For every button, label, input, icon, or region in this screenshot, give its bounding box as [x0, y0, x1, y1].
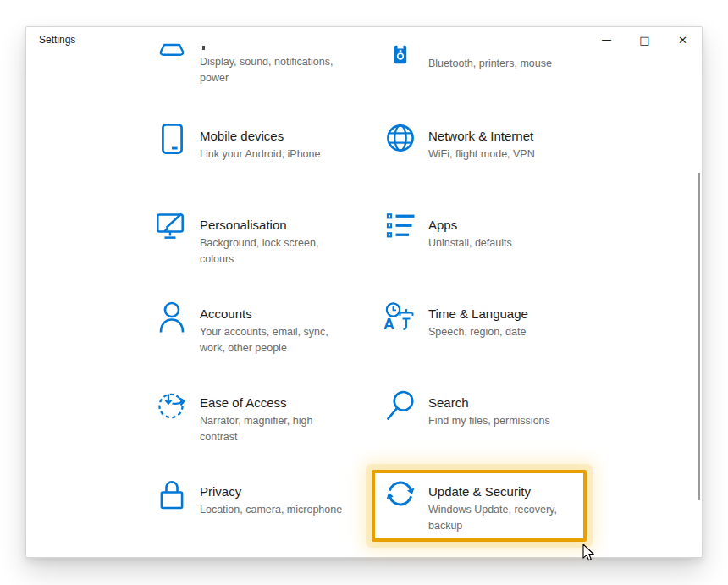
maximize-button[interactable]: □ [626, 27, 664, 52]
tile-subtitle: Bluetooth, printers, mouse [428, 56, 552, 72]
tile-accounts[interactable]: Accounts Your accounts, email, sync, wor… [155, 306, 328, 356]
person-icon [155, 301, 189, 333]
scrollbar-thumb[interactable] [698, 173, 700, 500]
tile-search[interactable]: Search Find my files, permissions [383, 395, 550, 429]
tile-devices[interactable]: Bluetooth, printers, mouse [383, 45, 552, 72]
tile-title: Time & Language [428, 306, 528, 323]
tile-subtitle: Find my files, permissions [428, 413, 550, 429]
tile-title: Personalisation [200, 217, 318, 234]
svg-text:A: A [384, 316, 394, 333]
tile-system[interactable]: Display, sound, notifications, power [155, 43, 334, 86]
close-button[interactable]: ✕ [664, 27, 702, 52]
tile-subtitle: Background, lock screen, colours [200, 235, 318, 267]
tile-subtitle: Windows Update, recovery, backup [428, 502, 557, 533]
tile-personalisation[interactable]: Personalisation Background, lock screen,… [155, 217, 318, 267]
titlebar: Settings — □ ✕ [26, 27, 702, 54]
tile-subtitle: Uninstall, defaults [428, 235, 512, 251]
sync-icon [383, 479, 417, 508]
minimize-button[interactable]: — [587, 27, 626, 52]
window-controls: — □ ✕ [587, 27, 702, 52]
laptop-icon [155, 43, 189, 58]
window-title: Settings [39, 34, 75, 46]
clock-language-icon: A [383, 301, 417, 334]
tile-mobile-devices[interactable]: Mobile devices Link your Android, iPhone [155, 128, 320, 163]
cursor-icon [582, 544, 595, 565]
tile-subtitle: Link your Android, iPhone [200, 146, 320, 163]
display-brush-icon [155, 212, 189, 240]
list-icon [383, 212, 417, 240]
tile-privacy[interactable]: Privacy Location, camera, microphone [155, 483, 342, 518]
printer-icon [383, 45, 417, 64]
tile-title: Network & Internet [428, 128, 535, 145]
tile-subtitle: WiFi, flight mode, VPN [428, 146, 535, 163]
tile-title: Mobile devices [200, 128, 320, 145]
tile-ease-of-access[interactable]: Ease of Access Narrator, magnifier, high… [155, 395, 312, 444]
tile-title: Privacy [200, 483, 342, 500]
tile-subtitle: Location, camera, microphone [200, 502, 342, 518]
lock-icon [155, 479, 189, 510]
tile-title: Search [428, 395, 550, 411]
tile-title: Apps [428, 217, 512, 234]
magnifier-icon [383, 390, 417, 421]
globe-icon [383, 124, 417, 152]
dashed-circle-arrow-icon [155, 390, 189, 421]
tile-subtitle: Your accounts, email, sync, work, other … [200, 324, 328, 356]
tile-apps[interactable]: Apps Uninstall, defaults [383, 217, 512, 251]
tile-title: Accounts [200, 306, 328, 323]
tile-subtitle: Speech, region, date [428, 324, 528, 340]
tile-time-language[interactable]: A Time & Language Speech, region, date [383, 306, 528, 340]
tile-subtitle: Display, sound, notifications, power [200, 54, 334, 86]
tile-title: Ease of Access [200, 395, 312, 411]
tile-network-internet[interactable]: Network & Internet WiFi, flight mode, VP… [383, 128, 535, 163]
tile-subtitle: Narrator, magnifier, high contrast [200, 413, 312, 444]
settings-window: Settings — □ ✕ Display, sound, notificat… [25, 26, 703, 558]
phone-icon [155, 124, 189, 154]
tile-title: Update & Security [428, 483, 557, 500]
tile-update-security[interactable]: Update & Security Windows Update, recove… [383, 483, 557, 533]
